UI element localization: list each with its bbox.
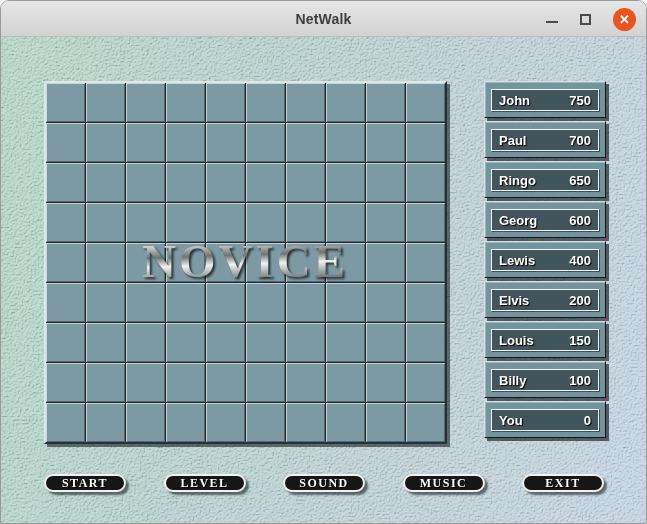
board-cell[interactable] [366, 283, 405, 322]
board-cell[interactable] [86, 403, 125, 442]
level-button[interactable]: LEVEL [164, 474, 246, 492]
board-cell[interactable] [206, 203, 245, 242]
board-cell[interactable] [406, 283, 445, 322]
board-cell[interactable] [86, 283, 125, 322]
board-cell[interactable] [86, 163, 125, 202]
game-board[interactable] [44, 81, 447, 444]
board-cell[interactable] [166, 243, 205, 282]
board-cell[interactable] [166, 323, 205, 362]
board-cell[interactable] [46, 83, 85, 122]
board-cell[interactable] [326, 123, 365, 162]
board-cell[interactable] [406, 123, 445, 162]
board-cell[interactable] [166, 403, 205, 442]
board-cell[interactable] [126, 283, 165, 322]
board-cell[interactable] [326, 83, 365, 122]
board-cell[interactable] [246, 203, 285, 242]
board-cell[interactable] [326, 163, 365, 202]
board-cell[interactable] [326, 403, 365, 442]
board-cell[interactable] [246, 323, 285, 362]
board-cell[interactable] [126, 163, 165, 202]
board-cell[interactable] [86, 123, 125, 162]
board-cell[interactable] [366, 243, 405, 282]
board-cell[interactable] [46, 363, 85, 402]
board-cell[interactable] [246, 283, 285, 322]
board-cell[interactable] [286, 83, 325, 122]
board-cell[interactable] [366, 163, 405, 202]
board-cell[interactable] [46, 283, 85, 322]
board-cell[interactable] [126, 123, 165, 162]
board-cell[interactable] [366, 203, 405, 242]
board-cell[interactable] [286, 403, 325, 442]
board-cell[interactable] [286, 323, 325, 362]
music-button[interactable]: MUSIC [403, 474, 485, 492]
board-cell[interactable] [286, 363, 325, 402]
board-cell[interactable] [326, 203, 365, 242]
board-cell[interactable] [246, 83, 285, 122]
board-cell[interactable] [166, 203, 205, 242]
titlebar[interactable]: NetWalk ✕ [1, 1, 646, 37]
board-cell[interactable] [326, 363, 365, 402]
board-cell[interactable] [126, 243, 165, 282]
board-cell[interactable] [46, 243, 85, 282]
board-cell[interactable] [46, 123, 85, 162]
board-cell[interactable] [286, 163, 325, 202]
minimize-icon[interactable] [546, 13, 558, 25]
board-cell[interactable] [46, 203, 85, 242]
board-cell[interactable] [406, 363, 445, 402]
board-cell[interactable] [246, 123, 285, 162]
board-cell[interactable] [86, 363, 125, 402]
board-cell[interactable] [246, 403, 285, 442]
close-button[interactable]: ✕ [613, 8, 636, 31]
board-cell[interactable] [206, 283, 245, 322]
board-cell[interactable] [406, 163, 445, 202]
board-cell[interactable] [166, 123, 205, 162]
board-cell[interactable] [286, 243, 325, 282]
board-cell[interactable] [406, 403, 445, 442]
board-cell[interactable] [166, 283, 205, 322]
board-cell[interactable] [406, 83, 445, 122]
board-cell[interactable] [86, 203, 125, 242]
board-cell[interactable] [326, 323, 365, 362]
board-cell[interactable] [206, 83, 245, 122]
board-cell[interactable] [246, 243, 285, 282]
board-cell[interactable] [406, 243, 445, 282]
board-cell[interactable] [86, 83, 125, 122]
board-cell[interactable] [246, 363, 285, 402]
board-cell[interactable] [206, 163, 245, 202]
board-cell[interactable] [46, 163, 85, 202]
board-cell[interactable] [86, 243, 125, 282]
board-cell[interactable] [286, 123, 325, 162]
board-cell[interactable] [126, 363, 165, 402]
board-cell[interactable] [126, 203, 165, 242]
board-cell[interactable] [326, 243, 365, 282]
board-cell[interactable] [406, 323, 445, 362]
board-cell[interactable] [46, 323, 85, 362]
maximize-icon[interactable] [580, 14, 591, 25]
board-cell[interactable] [206, 123, 245, 162]
board-cell[interactable] [246, 163, 285, 202]
board-cell[interactable] [326, 283, 365, 322]
board-cell[interactable] [366, 123, 405, 162]
board-cell[interactable] [206, 403, 245, 442]
exit-button[interactable]: EXIT [522, 474, 604, 492]
board-cell[interactable] [166, 163, 205, 202]
board-cell[interactable] [286, 203, 325, 242]
board-cell[interactable] [366, 323, 405, 362]
board-cell[interactable] [366, 363, 405, 402]
board-cell[interactable] [366, 83, 405, 122]
sound-button[interactable]: SOUND [283, 474, 365, 492]
board-cell[interactable] [206, 323, 245, 362]
board-cell[interactable] [126, 403, 165, 442]
board-cell[interactable] [126, 323, 165, 362]
board-cell[interactable] [206, 243, 245, 282]
board-cell[interactable] [166, 83, 205, 122]
board-cell[interactable] [126, 83, 165, 122]
start-button[interactable]: START [44, 474, 126, 492]
board-cell[interactable] [366, 403, 405, 442]
board-cell[interactable] [406, 203, 445, 242]
board-cell[interactable] [166, 363, 205, 402]
board-cell[interactable] [86, 323, 125, 362]
board-cell[interactable] [46, 403, 85, 442]
board-cell[interactable] [286, 283, 325, 322]
board-cell[interactable] [206, 363, 245, 402]
